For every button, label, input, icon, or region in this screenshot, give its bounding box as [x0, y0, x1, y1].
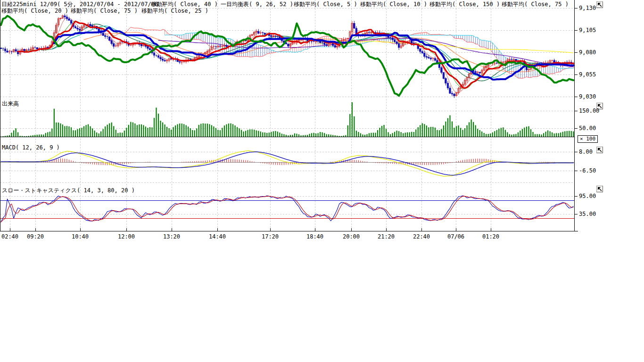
legend-item: 一目均衡表( 9, 26, 52 )	[221, 1, 293, 8]
legend-item: 移動平均( Close, 75 )	[71, 8, 138, 14]
x-axis-label: 21:20	[378, 234, 395, 240]
macd-panel-label: MACD( 12, 26, 9 )	[2, 144, 60, 151]
y-axis-label-main: 9,030	[579, 94, 596, 100]
y-axis-label-main: 9,130	[579, 5, 596, 11]
volume-multiplier-badge: × 100	[578, 135, 598, 143]
main-panel-restore-button[interactable]	[596, 1, 603, 8]
legend-item: 移動平均( Close, 25 )	[141, 8, 208, 14]
diagonal-arrow-up-left-icon	[597, 2, 603, 8]
y-axis-label-main: 9,055	[579, 72, 596, 78]
y-axis-label-volume: 150.00	[579, 108, 599, 114]
x-axis-label: 17:20	[262, 234, 279, 240]
x-axis-label: 10:40	[72, 234, 89, 240]
x-axis-label: 20:00	[343, 234, 360, 240]
y-axis-label-main: 9,105	[579, 27, 596, 33]
x-axis-label: 02:40	[1, 234, 18, 240]
legend-item: 移動平均( Close, 150 )	[429, 1, 500, 8]
x-axis-label: 18:40	[306, 234, 323, 240]
x-axis-label: 22:40	[413, 234, 430, 240]
stochastics-panel-label: スロー・ストキャスティクス( 14, 3, 80, 20 )	[2, 187, 135, 194]
y-axis-label-macd: 8.00	[579, 149, 593, 155]
diagonal-arrow-up-left-icon	[597, 148, 603, 153]
x-axis-label: 01:20	[482, 234, 499, 240]
legend-item: 移動平均( Close, 5 )	[294, 1, 357, 8]
volume-panel-label: 出来高	[2, 100, 19, 107]
x-axis-label: 07/06	[447, 234, 464, 240]
y-axis-label-stoch: 35.00	[579, 211, 596, 217]
legend-item: 日経225mini 12/09( 5分, 2012/07/04 - 2012/0…	[1, 1, 165, 8]
chart-application-window: 日経225mini 12/09( 5分, 2012/07/04 - 2012/0…	[0, 0, 644, 362]
y-axis-label-macd: -6.50	[579, 168, 596, 174]
macd-panel-restore-button[interactable]	[596, 147, 603, 153]
x-axis-label: 12:00	[118, 234, 135, 240]
stochastics-panel-restore-button[interactable]	[596, 186, 603, 192]
diagonal-arrow-up-left-icon	[597, 187, 603, 192]
legend-item: 移動平均( Close, 10 )	[360, 1, 427, 8]
y-axis-label-volume: 50.00	[579, 125, 596, 132]
legend-item: 移動平均( Close, 75 )	[502, 1, 569, 8]
legend-item: 移動平均( Close, 40 )	[151, 1, 218, 8]
legend-item: 移動平均( Close, 20 )	[1, 8, 68, 14]
x-axis-label: 14:40	[209, 234, 226, 240]
y-axis-label-main: 9,080	[579, 49, 596, 56]
chart-canvas	[0, 0, 644, 245]
x-axis-label: 13:20	[163, 234, 180, 240]
x-axis-label: 09:20	[27, 234, 44, 240]
y-axis-label-stoch: 95.00	[579, 193, 596, 199]
